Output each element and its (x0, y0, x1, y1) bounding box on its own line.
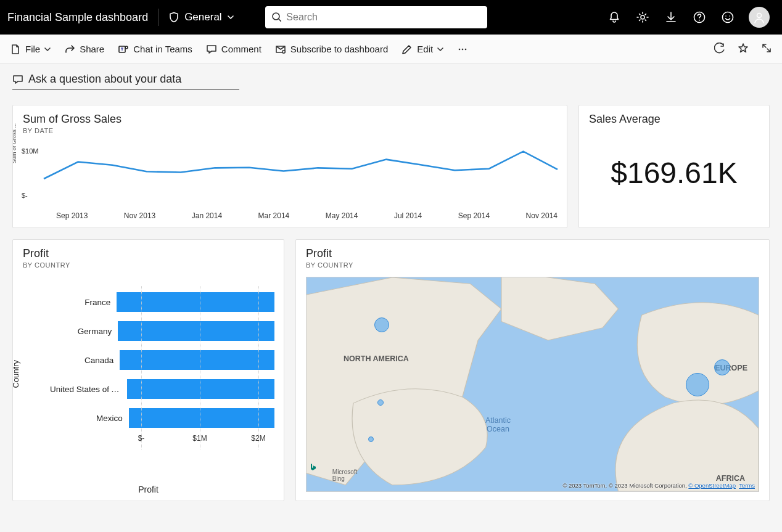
qna-placeholder: Ask a question about your data (28, 73, 181, 86)
subscribe-icon (275, 44, 286, 55)
file-label: File (25, 44, 40, 54)
shield-icon (168, 12, 179, 23)
smiley-icon (722, 11, 734, 23)
x-axis-label: Profit (13, 485, 284, 494)
subscribe-button[interactable]: Subscribe to dashboard (275, 44, 388, 55)
refresh-icon (714, 43, 725, 54)
map-label-af: AFRICA (716, 474, 745, 483)
tile-subtitle: BY DATE (23, 127, 557, 134)
subscribe-label: Subscribe to dashboard (290, 44, 388, 54)
sensitivity-label: General (184, 11, 221, 23)
svg-point-3 (723, 12, 733, 23)
sensitivity-dropdown[interactable]: General (168, 11, 234, 23)
map-provider-badge: Microsoft Bing (310, 464, 357, 488)
bar-rect (129, 408, 274, 428)
map-area[interactable]: NORTH AMERICA EUROPE AFRICA Atlantic Oce… (306, 277, 759, 492)
ellipsis-icon (457, 44, 468, 55)
file-icon (10, 44, 21, 55)
help-button[interactable] (692, 10, 707, 25)
line-chart-area (44, 139, 558, 208)
svg-point-9 (462, 48, 464, 50)
feedback-button[interactable] (720, 10, 735, 25)
comment-button[interactable]: Comment (206, 44, 261, 55)
chevron-down-icon (437, 46, 443, 52)
download-icon (665, 11, 677, 23)
tile-subtitle: BY COUNTRY (23, 261, 274, 269)
search-input[interactable] (286, 12, 480, 23)
command-bar: File Share Chat in Teams Comment Subscri… (0, 35, 782, 64)
x-tick: Mar 2014 (258, 211, 290, 220)
pencil-icon (401, 44, 413, 55)
tile-title: Profit (23, 247, 274, 260)
map-bubble-usa[interactable] (377, 399, 384, 406)
bell-icon (608, 11, 620, 23)
search-icon (271, 12, 282, 23)
star-icon (738, 43, 749, 54)
chat-teams-button[interactable]: Chat in Teams (118, 44, 192, 55)
x-tick: $1M (192, 434, 207, 443)
x-tick: Nov 2014 (526, 211, 558, 220)
bar-category: Canada (50, 356, 120, 365)
tile-title: Sum of Gross Sales (23, 113, 557, 126)
map-attribution: © 2023 TomTom, © 2023 Microsoft Corporat… (562, 482, 755, 489)
x-tick: Nov 2013 (124, 211, 155, 220)
tile-subtitle: BY COUNTRY (306, 261, 759, 269)
map-label-na: NORTH AMERICA (344, 354, 409, 363)
osm-link[interactable]: © OpenStreetMap (688, 482, 736, 489)
share-button[interactable]: Share (64, 44, 104, 55)
x-tick: $2M (251, 434, 265, 443)
x-tick: Sep 2013 (56, 211, 88, 220)
qna-input[interactable]: Ask a question about your data (12, 73, 239, 90)
svg-point-0 (273, 13, 279, 20)
map-bubble-germany[interactable] (714, 359, 730, 375)
bar-category: Germany (50, 327, 118, 336)
x-tick: Jan 2014 (192, 211, 222, 220)
map-bubble-mexico[interactable] (368, 436, 374, 442)
comment-icon (206, 44, 217, 55)
bar-rect (127, 379, 274, 399)
fullscreen-button[interactable] (761, 43, 772, 55)
settings-button[interactable] (635, 10, 650, 25)
more-menu[interactable] (457, 44, 468, 55)
bar-row[interactable]: France (50, 289, 274, 315)
edit-button[interactable]: Edit (401, 44, 443, 55)
tile-profit-bar[interactable]: Profit BY COUNTRY Country FranceGermanyC… (12, 239, 284, 501)
comment-icon (12, 74, 23, 85)
favorite-button[interactable] (738, 43, 749, 55)
tile-sales-average[interactable]: Sales Average $169.61K (578, 105, 770, 228)
bar-rect (117, 292, 274, 312)
bar-row[interactable]: Mexico (50, 405, 274, 431)
x-tick: $- (138, 434, 145, 443)
bing-icon (310, 464, 331, 488)
x-tick: May 2014 (326, 211, 358, 220)
x-axis-ticks: Sep 2013Nov 2013Jan 2014Mar 2014May 2014… (56, 211, 558, 220)
file-menu[interactable]: File (10, 44, 51, 55)
map-bubble-canada[interactable] (374, 317, 389, 332)
chevron-down-icon (44, 46, 51, 52)
map-bubble-france[interactable] (686, 373, 709, 396)
refresh-button[interactable] (714, 43, 725, 55)
share-label: Share (80, 44, 104, 54)
chevron-down-icon (227, 14, 234, 21)
bar-row[interactable]: Germany (50, 318, 274, 344)
bar-row[interactable]: Canada (50, 347, 274, 373)
search-box[interactable] (265, 6, 487, 28)
teams-icon (118, 44, 129, 55)
account-button[interactable] (749, 7, 770, 28)
svg-point-4 (757, 14, 762, 18)
tile-profit-map[interactable]: Profit BY COUNTRY NORTH AMERICA EUROPE A… (295, 239, 770, 501)
notifications-button[interactable] (607, 10, 622, 25)
svg-point-10 (465, 48, 467, 50)
svg-point-6 (125, 46, 128, 49)
bar-row[interactable]: United States of A... (50, 376, 274, 402)
tile-title: Profit (306, 247, 759, 260)
dashboard-title: Financial Sample dashboard (7, 11, 148, 24)
tile-gross-sales-line[interactable]: Sum of Gross Sales BY DATE Sum of Gross … (12, 105, 567, 228)
terms-link[interactable]: Terms (739, 482, 755, 489)
gear-icon (636, 11, 649, 23)
map-label-ocean: Atlantic Ocean (485, 416, 511, 433)
y-tick: $10M (22, 147, 39, 155)
download-button[interactable] (664, 10, 678, 25)
chat-label: Chat in Teams (133, 44, 192, 54)
share-icon (64, 44, 75, 55)
